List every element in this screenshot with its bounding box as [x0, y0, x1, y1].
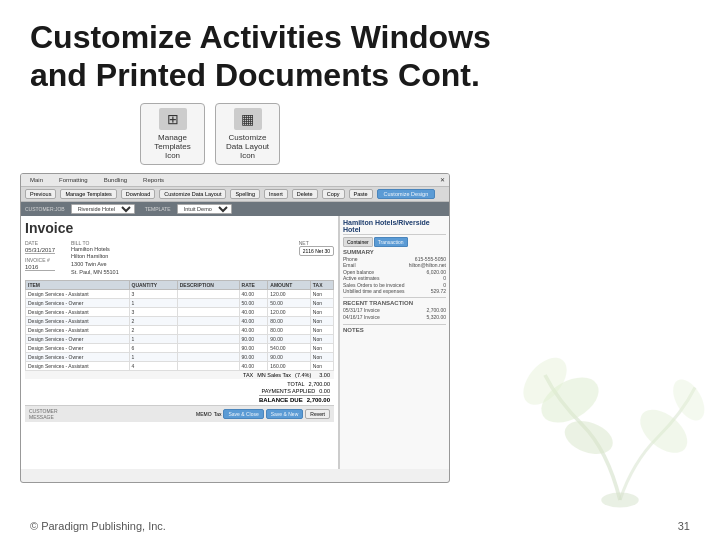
tax-rate: (7.4%): [295, 372, 311, 378]
col-rate: RATE: [239, 280, 268, 289]
recent-2-value: 5,320.00: [427, 314, 446, 320]
paste-button[interactable]: Paste: [349, 189, 373, 199]
table-row: Design Services - Assistant440.00160.00N…: [26, 361, 334, 370]
totals-section: TOTAL 2,700.00 PAYMENTS APPLIED 0.00 BAL…: [25, 379, 334, 405]
invoice-side-panel: Hamilton Hotels/Riverside Hotel Containe…: [339, 216, 449, 469]
recent-item-2: 04/16/17 Invoice 5,320.00: [343, 314, 446, 320]
side-tab-container[interactable]: Container: [343, 237, 373, 247]
recent-1-value: 2,700.00: [427, 307, 446, 313]
table-row: Design Services - Assistant240.0080.00No…: [26, 325, 334, 334]
tax-sublabel: MN Sales Tax: [257, 372, 291, 378]
save-close-button[interactable]: Save & Close: [223, 409, 263, 419]
close-button[interactable]: ✕: [440, 176, 445, 183]
table-row: Design Services - Owner150.0050.00Non: [26, 298, 334, 307]
table-row: Design Services - Assistant340.00120.00N…: [26, 289, 334, 298]
balance-open-label: Open balance: [343, 269, 374, 275]
invoice-subtoolbar: Previous Manage Templates Download Custo…: [21, 187, 449, 202]
unbilled-label: Unbilled time and expenses: [343, 288, 404, 294]
summary-estimates: Active estimates 0: [343, 275, 446, 281]
customize-design-button[interactable]: Customize Design: [377, 189, 436, 199]
delete-button[interactable]: Delete: [292, 189, 318, 199]
svg-point-3: [515, 350, 575, 413]
invoice-toolbar: Main Formatting Bundling Reports ✕: [21, 174, 449, 187]
manage-templates-button[interactable]: Manage Templates: [60, 189, 116, 199]
template-select[interactable]: Intuit Demo: [177, 204, 232, 214]
table-row: Design Services - Owner690.00540.00Non: [26, 343, 334, 352]
toolbar-tab-reports[interactable]: Reports: [138, 176, 169, 184]
memo-label: MEMO: [196, 411, 212, 417]
col-tax: TAX: [310, 280, 333, 289]
svg-point-1: [534, 368, 607, 432]
col-desc: DESCRIPTION: [177, 280, 239, 289]
balance-open-value: 6,020.00: [427, 269, 446, 275]
phone-value: 615-555-5050: [415, 256, 446, 262]
svg-point-4: [632, 401, 695, 461]
customer-message-section: CUSTOMERMESSAGE: [29, 408, 58, 420]
save-new-button[interactable]: Save & New: [266, 409, 304, 419]
col-item: ITEM: [26, 280, 130, 289]
col-amount: AMOUNT: [268, 280, 311, 289]
download-button[interactable]: Download: [121, 189, 155, 199]
toolbar-tab-main[interactable]: Main: [25, 176, 48, 184]
insert-button[interactable]: Insert: [264, 189, 288, 199]
payments-label: PAYMENTS APPLIED: [261, 388, 315, 394]
summary-balance: Open balance 6,020.00: [343, 269, 446, 275]
recent-1-date: 05/31/17 Invoice: [343, 307, 380, 313]
summary-unbilled: Unbilled time and expenses 529.72: [343, 288, 446, 294]
subtotal-label: TOTAL: [287, 381, 304, 387]
estimates-label: Active estimates: [343, 275, 379, 281]
table-row: Design Services - Assistant340.00120.00N…: [26, 307, 334, 316]
recent-2-date: 04/16/17 Invoice: [343, 314, 380, 320]
invoice-num-label: INVOICE #: [25, 257, 55, 263]
sales-orders-label: Sales Orders to be invoiced: [343, 282, 404, 288]
previous-button[interactable]: Previous: [25, 189, 56, 199]
recent-item-1: 05/31/17 Invoice 2,700.00: [343, 307, 446, 313]
bill-to-label: BILL TO: [71, 240, 89, 246]
toolbar-tab-formatting[interactable]: Formatting: [54, 176, 93, 184]
subtotal-value: 2,700.00: [309, 381, 330, 387]
customize-data-layout-button[interactable]: Customize Data Layout: [159, 189, 226, 199]
invoice-footer: CUSTOMERMESSAGE MEMO Tax Save & Close Sa…: [25, 405, 334, 422]
customer-select[interactable]: Riverside Hotel: [71, 204, 135, 214]
svg-point-0: [601, 493, 639, 508]
summary-email: Email hilton@hilton.net: [343, 262, 446, 268]
table-row: Design Services - Assistant240.0080.00No…: [26, 316, 334, 325]
invoice-main: Invoice DATE 05/31/2017 INVOICE # 1016 B…: [21, 216, 339, 469]
summary-sales-orders: Sales Orders to be invoiced 0: [343, 282, 446, 288]
table-row: Design Services - Owner190.0090.00Non: [26, 352, 334, 361]
invoice-header-row: DATE 05/31/2017 INVOICE # 1016 BILL TO H…: [25, 240, 334, 277]
revert-button[interactable]: Revert: [305, 409, 330, 419]
customize-data-layout-label: Customize Data Layout Icon: [224, 133, 271, 160]
recent-title: RECENT TRANSACTION: [343, 297, 446, 306]
toolbar-tab-bundling[interactable]: Bundling: [99, 176, 132, 184]
manage-templates-icon-box[interactable]: ⊞ Manage Templates Icon: [140, 103, 205, 165]
spelling-button[interactable]: Spelling: [230, 189, 260, 199]
invoice-content: Invoice DATE 05/31/2017 INVOICE # 1016 B…: [21, 216, 449, 469]
customer-row: CUSTOMER:JOB Riverside Hotel TEMPLATE In…: [21, 202, 449, 216]
plant-decoration: [470, 260, 720, 540]
manage-templates-icon: ⊞: [159, 108, 187, 130]
invoice-table: ITEM QUANTITY DESCRIPTION RATE AMOUNT TA…: [25, 280, 334, 371]
screenshot-wrapper: Main Formatting Bundling Reports ✕ Previ…: [0, 173, 720, 483]
net-label: NET: [299, 240, 309, 246]
unbilled-value: 529.72: [431, 288, 446, 294]
summary-title: SUMMARY: [343, 249, 446, 255]
copyright-text: © Paradigm Publishing, Inc.: [30, 520, 166, 532]
payments-value: 0.00: [319, 388, 330, 394]
summary-phone: Phone 615-555-5050: [343, 256, 446, 262]
template-label: TEMPLATE: [145, 206, 171, 212]
sales-orders-value: 0: [443, 282, 446, 288]
title-area: Customize Activities Windows and Printed…: [0, 0, 720, 103]
net-value: 2116 Net 30: [303, 248, 330, 254]
invoice-address: Hamilton Hotels Hilton Hamilton 1300 Twi…: [71, 246, 119, 277]
estimates-value: 0: [443, 275, 446, 281]
page-footer: © Paradigm Publishing, Inc. 31: [0, 520, 720, 532]
icons-row: ⊞ Manage Templates Icon ▦ Customize Data…: [0, 103, 720, 173]
customize-data-layout-icon-box[interactable]: ▦ Customize Data Layout Icon: [215, 103, 280, 165]
svg-point-2: [560, 415, 617, 460]
copy-button[interactable]: Copy: [322, 189, 345, 199]
customize-data-layout-icon: ▦: [234, 108, 262, 130]
side-tab-transaction[interactable]: Transaction: [374, 237, 408, 247]
col-qty: QUANTITY: [129, 280, 177, 289]
summary-section: SUMMARY Phone 615-555-5050 Email hilton@…: [343, 249, 446, 295]
